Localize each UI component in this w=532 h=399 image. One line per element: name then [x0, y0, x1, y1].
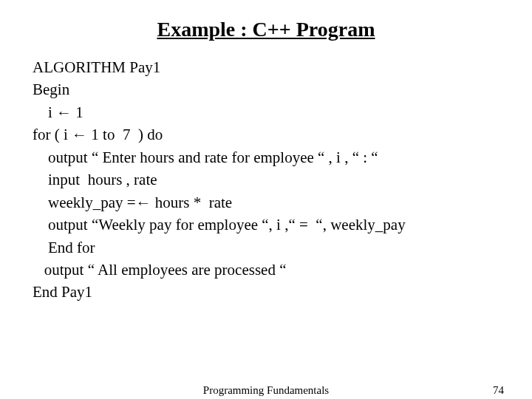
- code-line: weekly_pay =← hours * rate: [33, 191, 499, 214]
- code-line: output “ All employees are processed “: [33, 259, 499, 281]
- slide-title: Example : C++ Program: [0, 0, 532, 56]
- footer-text: Programming Fundamentals: [203, 384, 329, 397]
- code-line: output “ Enter hours and rate for employ…: [33, 146, 499, 168]
- page-number: 74: [493, 384, 504, 397]
- slide-body: ALGORITHM Pay1 Begin i ← 1 for ( i ← 1 t…: [0, 56, 532, 304]
- code-line: i ← 1: [33, 101, 499, 123]
- code-line: End for: [33, 236, 499, 259]
- code-line: Begin: [33, 78, 499, 100]
- code-line: ALGORITHM Pay1: [33, 56, 499, 78]
- code-line: input hours , rate: [33, 168, 499, 191]
- code-line: output “Weekly pay for employee “, i ,“ …: [33, 214, 499, 236]
- code-line: End Pay1: [33, 281, 499, 303]
- code-line: for ( i ← 1 to 7 ) do: [33, 123, 499, 146]
